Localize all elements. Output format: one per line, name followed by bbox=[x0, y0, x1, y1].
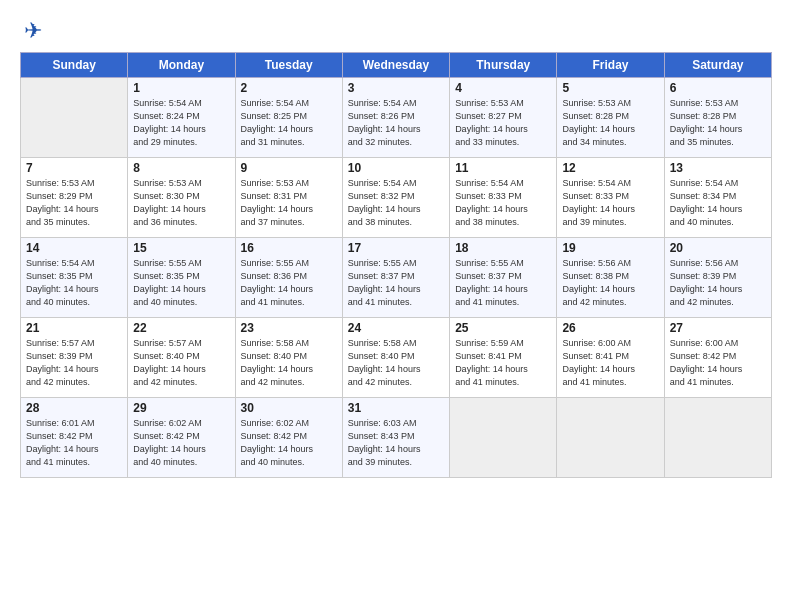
day-info: Sunrise: 5:58 AM Sunset: 8:40 PM Dayligh… bbox=[241, 337, 337, 389]
calendar-cell: 5Sunrise: 5:53 AM Sunset: 8:28 PM Daylig… bbox=[557, 78, 664, 158]
week-row-3: 14Sunrise: 5:54 AM Sunset: 8:35 PM Dayli… bbox=[21, 238, 772, 318]
calendar-body: 1Sunrise: 5:54 AM Sunset: 8:24 PM Daylig… bbox=[21, 78, 772, 478]
calendar-cell: 21Sunrise: 5:57 AM Sunset: 8:39 PM Dayli… bbox=[21, 318, 128, 398]
day-info: Sunrise: 5:54 AM Sunset: 8:24 PM Dayligh… bbox=[133, 97, 229, 149]
calendar-page: ✈ SundayMondayTuesdayWednesdayThursdayFr… bbox=[0, 0, 792, 488]
header-cell-wednesday: Wednesday bbox=[342, 53, 449, 78]
day-info: Sunrise: 5:55 AM Sunset: 8:37 PM Dayligh… bbox=[348, 257, 444, 309]
logo-bird-icon: ✈ bbox=[24, 18, 42, 44]
day-info: Sunrise: 5:53 AM Sunset: 8:30 PM Dayligh… bbox=[133, 177, 229, 229]
day-info: Sunrise: 5:55 AM Sunset: 8:36 PM Dayligh… bbox=[241, 257, 337, 309]
day-number: 18 bbox=[455, 241, 551, 255]
calendar-cell: 23Sunrise: 5:58 AM Sunset: 8:40 PM Dayli… bbox=[235, 318, 342, 398]
calendar-cell: 4Sunrise: 5:53 AM Sunset: 8:27 PM Daylig… bbox=[450, 78, 557, 158]
day-number: 28 bbox=[26, 401, 122, 415]
calendar-cell bbox=[21, 78, 128, 158]
calendar-cell: 7Sunrise: 5:53 AM Sunset: 8:29 PM Daylig… bbox=[21, 158, 128, 238]
day-number: 15 bbox=[133, 241, 229, 255]
calendar-table: SundayMondayTuesdayWednesdayThursdayFrid… bbox=[20, 52, 772, 478]
header-cell-saturday: Saturday bbox=[664, 53, 771, 78]
week-row-1: 1Sunrise: 5:54 AM Sunset: 8:24 PM Daylig… bbox=[21, 78, 772, 158]
header-cell-thursday: Thursday bbox=[450, 53, 557, 78]
day-info: Sunrise: 5:54 AM Sunset: 8:33 PM Dayligh… bbox=[455, 177, 551, 229]
calendar-cell: 10Sunrise: 5:54 AM Sunset: 8:32 PM Dayli… bbox=[342, 158, 449, 238]
day-info: Sunrise: 5:53 AM Sunset: 8:28 PM Dayligh… bbox=[562, 97, 658, 149]
day-number: 6 bbox=[670, 81, 766, 95]
day-number: 24 bbox=[348, 321, 444, 335]
day-info: Sunrise: 6:02 AM Sunset: 8:42 PM Dayligh… bbox=[133, 417, 229, 469]
logo: ✈ bbox=[20, 18, 42, 44]
day-info: Sunrise: 5:54 AM Sunset: 8:26 PM Dayligh… bbox=[348, 97, 444, 149]
calendar-cell: 13Sunrise: 5:54 AM Sunset: 8:34 PM Dayli… bbox=[664, 158, 771, 238]
day-info: Sunrise: 5:54 AM Sunset: 8:34 PM Dayligh… bbox=[670, 177, 766, 229]
header-cell-friday: Friday bbox=[557, 53, 664, 78]
day-number: 1 bbox=[133, 81, 229, 95]
day-number: 2 bbox=[241, 81, 337, 95]
calendar-cell: 18Sunrise: 5:55 AM Sunset: 8:37 PM Dayli… bbox=[450, 238, 557, 318]
day-info: Sunrise: 5:55 AM Sunset: 8:35 PM Dayligh… bbox=[133, 257, 229, 309]
day-info: Sunrise: 6:03 AM Sunset: 8:43 PM Dayligh… bbox=[348, 417, 444, 469]
day-number: 8 bbox=[133, 161, 229, 175]
day-info: Sunrise: 5:53 AM Sunset: 8:29 PM Dayligh… bbox=[26, 177, 122, 229]
calendar-cell bbox=[557, 398, 664, 478]
day-info: Sunrise: 5:54 AM Sunset: 8:25 PM Dayligh… bbox=[241, 97, 337, 149]
day-info: Sunrise: 6:01 AM Sunset: 8:42 PM Dayligh… bbox=[26, 417, 122, 469]
day-info: Sunrise: 5:53 AM Sunset: 8:27 PM Dayligh… bbox=[455, 97, 551, 149]
calendar-cell: 24Sunrise: 5:58 AM Sunset: 8:40 PM Dayli… bbox=[342, 318, 449, 398]
calendar-cell: 16Sunrise: 5:55 AM Sunset: 8:36 PM Dayli… bbox=[235, 238, 342, 318]
day-number: 22 bbox=[133, 321, 229, 335]
day-info: Sunrise: 6:00 AM Sunset: 8:41 PM Dayligh… bbox=[562, 337, 658, 389]
day-number: 27 bbox=[670, 321, 766, 335]
day-number: 26 bbox=[562, 321, 658, 335]
calendar-cell: 28Sunrise: 6:01 AM Sunset: 8:42 PM Dayli… bbox=[21, 398, 128, 478]
day-info: Sunrise: 5:54 AM Sunset: 8:33 PM Dayligh… bbox=[562, 177, 658, 229]
day-number: 12 bbox=[562, 161, 658, 175]
day-info: Sunrise: 5:56 AM Sunset: 8:38 PM Dayligh… bbox=[562, 257, 658, 309]
calendar-cell: 12Sunrise: 5:54 AM Sunset: 8:33 PM Dayli… bbox=[557, 158, 664, 238]
day-number: 16 bbox=[241, 241, 337, 255]
day-number: 14 bbox=[26, 241, 122, 255]
day-number: 25 bbox=[455, 321, 551, 335]
calendar-cell: 8Sunrise: 5:53 AM Sunset: 8:30 PM Daylig… bbox=[128, 158, 235, 238]
week-row-5: 28Sunrise: 6:01 AM Sunset: 8:42 PM Dayli… bbox=[21, 398, 772, 478]
day-info: Sunrise: 5:57 AM Sunset: 8:39 PM Dayligh… bbox=[26, 337, 122, 389]
day-number: 9 bbox=[241, 161, 337, 175]
day-number: 30 bbox=[241, 401, 337, 415]
day-number: 20 bbox=[670, 241, 766, 255]
day-number: 11 bbox=[455, 161, 551, 175]
calendar-cell: 26Sunrise: 6:00 AM Sunset: 8:41 PM Dayli… bbox=[557, 318, 664, 398]
calendar-cell: 11Sunrise: 5:54 AM Sunset: 8:33 PM Dayli… bbox=[450, 158, 557, 238]
calendar-cell: 19Sunrise: 5:56 AM Sunset: 8:38 PM Dayli… bbox=[557, 238, 664, 318]
day-number: 7 bbox=[26, 161, 122, 175]
calendar-cell: 25Sunrise: 5:59 AM Sunset: 8:41 PM Dayli… bbox=[450, 318, 557, 398]
week-row-4: 21Sunrise: 5:57 AM Sunset: 8:39 PM Dayli… bbox=[21, 318, 772, 398]
day-number: 29 bbox=[133, 401, 229, 415]
calendar-cell: 27Sunrise: 6:00 AM Sunset: 8:42 PM Dayli… bbox=[664, 318, 771, 398]
calendar-cell: 14Sunrise: 5:54 AM Sunset: 8:35 PM Dayli… bbox=[21, 238, 128, 318]
day-info: Sunrise: 5:56 AM Sunset: 8:39 PM Dayligh… bbox=[670, 257, 766, 309]
day-number: 23 bbox=[241, 321, 337, 335]
day-number: 17 bbox=[348, 241, 444, 255]
day-info: Sunrise: 5:55 AM Sunset: 8:37 PM Dayligh… bbox=[455, 257, 551, 309]
day-info: Sunrise: 6:02 AM Sunset: 8:42 PM Dayligh… bbox=[241, 417, 337, 469]
day-info: Sunrise: 5:53 AM Sunset: 8:28 PM Dayligh… bbox=[670, 97, 766, 149]
day-info: Sunrise: 5:54 AM Sunset: 8:35 PM Dayligh… bbox=[26, 257, 122, 309]
calendar-cell: 30Sunrise: 6:02 AM Sunset: 8:42 PM Dayli… bbox=[235, 398, 342, 478]
calendar-cell bbox=[664, 398, 771, 478]
header-cell-tuesday: Tuesday bbox=[235, 53, 342, 78]
header: ✈ bbox=[20, 18, 772, 44]
day-number: 10 bbox=[348, 161, 444, 175]
calendar-cell bbox=[450, 398, 557, 478]
day-number: 3 bbox=[348, 81, 444, 95]
calendar-cell: 15Sunrise: 5:55 AM Sunset: 8:35 PM Dayli… bbox=[128, 238, 235, 318]
day-number: 13 bbox=[670, 161, 766, 175]
calendar-header: SundayMondayTuesdayWednesdayThursdayFrid… bbox=[21, 53, 772, 78]
calendar-cell: 17Sunrise: 5:55 AM Sunset: 8:37 PM Dayli… bbox=[342, 238, 449, 318]
day-number: 21 bbox=[26, 321, 122, 335]
calendar-cell: 22Sunrise: 5:57 AM Sunset: 8:40 PM Dayli… bbox=[128, 318, 235, 398]
day-info: Sunrise: 5:59 AM Sunset: 8:41 PM Dayligh… bbox=[455, 337, 551, 389]
day-number: 19 bbox=[562, 241, 658, 255]
header-cell-sunday: Sunday bbox=[21, 53, 128, 78]
calendar-cell: 3Sunrise: 5:54 AM Sunset: 8:26 PM Daylig… bbox=[342, 78, 449, 158]
calendar-cell: 6Sunrise: 5:53 AM Sunset: 8:28 PM Daylig… bbox=[664, 78, 771, 158]
